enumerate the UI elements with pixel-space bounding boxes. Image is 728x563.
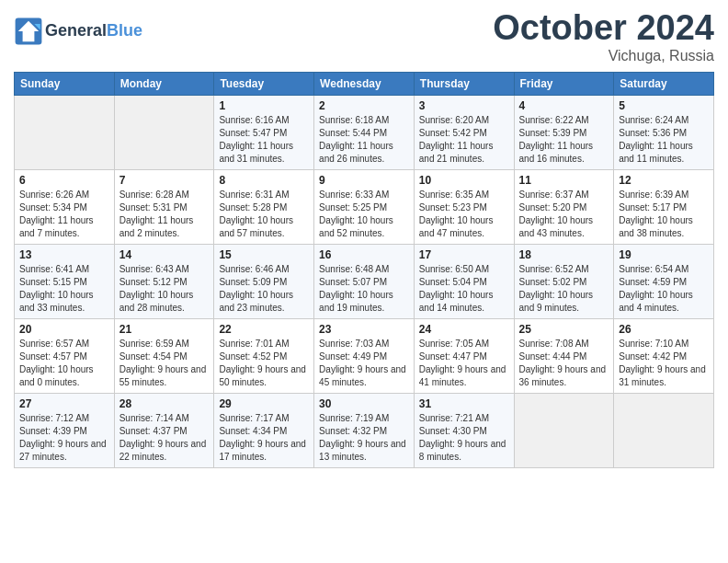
calendar-cell: 3Sunrise: 6:20 AMSunset: 5:42 PMDaylight… — [414, 95, 514, 169]
day-number: 10 — [419, 174, 509, 187]
day-details: Sunrise: 6:20 AMSunset: 5:42 PMDaylight:… — [419, 114, 509, 166]
day-details: Sunrise: 7:17 AMSunset: 4:34 PMDaylight:… — [219, 412, 309, 464]
calendar-cell: 12Sunrise: 6:39 AMSunset: 5:17 PMDayligh… — [614, 169, 714, 244]
day-number: 28 — [119, 397, 210, 410]
day-number: 19 — [619, 248, 709, 261]
calendar-cell: 8Sunrise: 6:31 AMSunset: 5:28 PMDaylight… — [214, 169, 314, 244]
day-of-week-header: Friday — [514, 72, 614, 95]
day-number: 22 — [219, 323, 309, 336]
day-details: Sunrise: 6:43 AMSunset: 5:12 PMDaylight:… — [119, 263, 210, 315]
day-details: Sunrise: 7:10 AMSunset: 4:42 PMDaylight:… — [619, 338, 709, 389]
day-details: Sunrise: 7:03 AMSunset: 4:49 PMDaylight:… — [319, 338, 409, 389]
day-number: 21 — [119, 323, 210, 336]
day-details: Sunrise: 6:54 AMSunset: 4:59 PMDaylight:… — [619, 263, 709, 315]
day-number: 15 — [219, 248, 309, 261]
day-number: 7 — [119, 174, 210, 187]
day-of-week-header: Saturday — [614, 72, 714, 95]
calendar-cell: 16Sunrise: 6:48 AMSunset: 5:07 PMDayligh… — [314, 244, 415, 318]
logo: GeneralBlue — [14, 17, 142, 46]
day-details: Sunrise: 6:41 AMSunset: 5:15 PMDaylight:… — [19, 263, 109, 315]
month-title: October 2024 — [493, 9, 714, 48]
calendar-cell: 24Sunrise: 7:05 AMSunset: 4:47 PMDayligh… — [414, 318, 514, 393]
day-details: Sunrise: 6:50 AMSunset: 5:04 PMDaylight:… — [419, 263, 509, 315]
day-number: 11 — [519, 174, 609, 187]
calendar-cell: 6Sunrise: 6:26 AMSunset: 5:34 PMDaylight… — [15, 169, 115, 244]
day-details: Sunrise: 6:33 AMSunset: 5:25 PMDaylight:… — [319, 189, 409, 240]
calendar-week-row: 20Sunrise: 6:57 AMSunset: 4:57 PMDayligh… — [15, 318, 714, 393]
day-details: Sunrise: 6:24 AMSunset: 5:36 PMDaylight:… — [619, 114, 709, 166]
day-details: Sunrise: 7:01 AMSunset: 4:52 PMDaylight:… — [219, 338, 309, 389]
calendar-cell: 4Sunrise: 6:22 AMSunset: 5:39 PMDaylight… — [514, 95, 614, 169]
day-details: Sunrise: 6:28 AMSunset: 5:31 PMDaylight:… — [119, 189, 210, 240]
day-details: Sunrise: 6:48 AMSunset: 5:07 PMDaylight:… — [319, 263, 409, 315]
calendar-cell: 7Sunrise: 6:28 AMSunset: 5:31 PMDaylight… — [114, 169, 214, 244]
day-number: 4 — [519, 99, 609, 112]
calendar-cell: 18Sunrise: 6:52 AMSunset: 5:02 PMDayligh… — [514, 244, 614, 318]
day-number: 18 — [519, 248, 609, 261]
calendar-cell: 30Sunrise: 7:19 AMSunset: 4:32 PMDayligh… — [314, 393, 415, 467]
day-number: 5 — [619, 99, 709, 112]
logo-line1: General — [45, 21, 107, 40]
day-number: 25 — [519, 323, 609, 336]
day-number: 3 — [419, 99, 509, 112]
calendar-cell: 9Sunrise: 6:33 AMSunset: 5:25 PMDaylight… — [314, 169, 415, 244]
day-number: 23 — [319, 323, 409, 336]
calendar-table: SundayMondayTuesdayWednesdayThursdayFrid… — [14, 72, 714, 468]
logo-text: GeneralBlue — [45, 21, 142, 41]
calendar-week-row: 6Sunrise: 6:26 AMSunset: 5:34 PMDaylight… — [15, 169, 714, 244]
day-number: 26 — [619, 323, 709, 336]
day-details: Sunrise: 6:35 AMSunset: 5:23 PMDaylight:… — [419, 189, 509, 240]
day-of-week-header: Monday — [114, 72, 214, 95]
calendar-cell — [114, 95, 214, 169]
calendar-cell: 31Sunrise: 7:21 AMSunset: 4:30 PMDayligh… — [414, 393, 514, 467]
header: GeneralBlue October 2024 Vichuga, Russia — [14, 9, 714, 64]
day-number: 1 — [219, 99, 309, 112]
calendar-week-row: 27Sunrise: 7:12 AMSunset: 4:39 PMDayligh… — [15, 393, 714, 467]
calendar-cell: 5Sunrise: 6:24 AMSunset: 5:36 PMDaylight… — [614, 95, 714, 169]
day-number: 17 — [419, 248, 509, 261]
calendar-week-row: 1Sunrise: 6:16 AMSunset: 5:47 PMDaylight… — [15, 95, 714, 169]
day-number: 30 — [319, 397, 409, 410]
day-of-week-header: Thursday — [414, 72, 514, 95]
logo-icon — [14, 17, 43, 46]
calendar-cell: 29Sunrise: 7:17 AMSunset: 4:34 PMDayligh… — [214, 393, 314, 467]
day-details: Sunrise: 6:39 AMSunset: 5:17 PMDaylight:… — [619, 189, 709, 240]
calendar-cell: 28Sunrise: 7:14 AMSunset: 4:37 PMDayligh… — [114, 393, 214, 467]
calendar-cell: 14Sunrise: 6:43 AMSunset: 5:12 PMDayligh… — [114, 244, 214, 318]
day-details: Sunrise: 7:12 AMSunset: 4:39 PMDaylight:… — [19, 412, 109, 464]
day-number: 29 — [219, 397, 309, 410]
calendar-cell: 23Sunrise: 7:03 AMSunset: 4:49 PMDayligh… — [314, 318, 415, 393]
day-details: Sunrise: 7:05 AMSunset: 4:47 PMDaylight:… — [419, 338, 509, 389]
day-details: Sunrise: 6:31 AMSunset: 5:28 PMDaylight:… — [219, 189, 309, 240]
day-number: 16 — [319, 248, 409, 261]
day-number: 9 — [319, 174, 409, 187]
day-of-week-header: Wednesday — [314, 72, 415, 95]
day-details: Sunrise: 6:57 AMSunset: 4:57 PMDaylight:… — [19, 338, 109, 389]
day-number: 6 — [19, 174, 109, 187]
calendar-cell: 20Sunrise: 6:57 AMSunset: 4:57 PMDayligh… — [15, 318, 115, 393]
location: Vichuga, Russia — [493, 48, 714, 64]
day-details: Sunrise: 6:22 AMSunset: 5:39 PMDaylight:… — [519, 114, 609, 166]
day-number: 24 — [419, 323, 509, 336]
day-number: 31 — [419, 397, 509, 410]
calendar-cell: 13Sunrise: 6:41 AMSunset: 5:15 PMDayligh… — [15, 244, 115, 318]
calendar-week-row: 13Sunrise: 6:41 AMSunset: 5:15 PMDayligh… — [15, 244, 714, 318]
calendar-cell: 10Sunrise: 6:35 AMSunset: 5:23 PMDayligh… — [414, 169, 514, 244]
calendar-cell: 2Sunrise: 6:18 AMSunset: 5:44 PMDaylight… — [314, 95, 415, 169]
calendar-cell: 26Sunrise: 7:10 AMSunset: 4:42 PMDayligh… — [614, 318, 714, 393]
calendar-cell: 21Sunrise: 6:59 AMSunset: 4:54 PMDayligh… — [114, 318, 214, 393]
calendar-cell — [15, 95, 115, 169]
day-number: 13 — [19, 248, 109, 261]
day-number: 12 — [619, 174, 709, 187]
calendar-cell: 25Sunrise: 7:08 AMSunset: 4:44 PMDayligh… — [514, 318, 614, 393]
calendar-cell: 17Sunrise: 6:50 AMSunset: 5:04 PMDayligh… — [414, 244, 514, 318]
day-details: Sunrise: 6:37 AMSunset: 5:20 PMDaylight:… — [519, 189, 609, 240]
calendar-cell: 22Sunrise: 7:01 AMSunset: 4:52 PMDayligh… — [214, 318, 314, 393]
day-of-week-header: Tuesday — [214, 72, 314, 95]
calendar-cell — [514, 393, 614, 467]
day-details: Sunrise: 7:14 AMSunset: 4:37 PMDaylight:… — [119, 412, 210, 464]
day-number: 20 — [19, 323, 109, 336]
day-details: Sunrise: 6:18 AMSunset: 5:44 PMDaylight:… — [319, 114, 409, 166]
header-row: SundayMondayTuesdayWednesdayThursdayFrid… — [15, 72, 714, 95]
calendar-cell: 19Sunrise: 6:54 AMSunset: 4:59 PMDayligh… — [614, 244, 714, 318]
